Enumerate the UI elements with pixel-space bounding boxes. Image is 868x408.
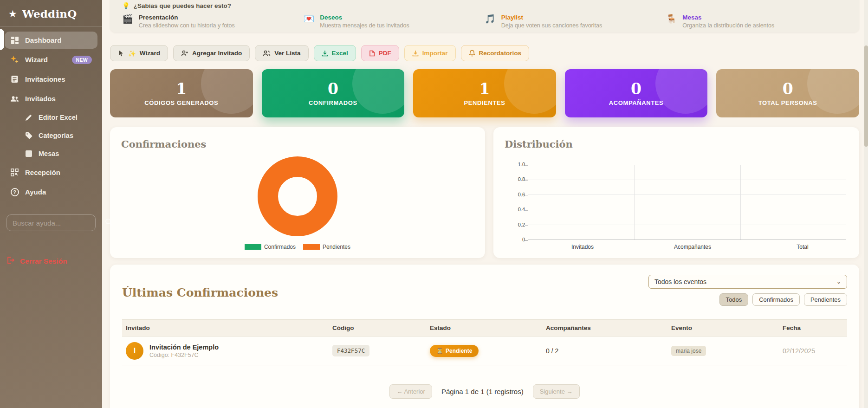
sidebar-item-editor-excel[interactable]: Editor Excel [5, 110, 97, 125]
stat-label: TOTAL PERSONAS [758, 99, 817, 106]
y-tick: 0.2 [506, 222, 525, 227]
sidebar-item-mesas[interactable]: Mesas [5, 146, 97, 162]
event-filter-select[interactable]: Todos los eventos ⌄ [648, 275, 847, 289]
filter-confirmados-button[interactable]: Confirmados [752, 293, 800, 306]
confirmations-table: Invitado Código Estado Acompañantes Even… [122, 319, 847, 365]
scrollbar-thumb[interactable] [864, 45, 868, 147]
tip-presentacion[interactable]: 🎬 Presentación Crea slideshow con tu his… [122, 14, 304, 29]
stat-value: 0 [631, 81, 641, 97]
download-icon [322, 50, 328, 57]
tip-subtitle: Organiza la distribución de asientos [682, 22, 774, 29]
help-question-icon: ? [10, 188, 19, 196]
sidebar-item-label: Mesas [39, 150, 59, 157]
button-label: Agregar Invitado [192, 50, 242, 57]
view-list-button[interactable]: Ver Lista [255, 45, 308, 61]
sidebar-item-label: Invitaciones [25, 75, 65, 83]
sidebar-item-dashboard[interactable]: Dashboard [5, 32, 97, 49]
legend-item-confirmados[interactable]: Confirmados [245, 244, 296, 250]
help-search-box [6, 214, 96, 231]
chevron-down-icon: ⌄ [836, 278, 841, 285]
button-label: Importar [422, 50, 448, 57]
sidebar-item-invitados[interactable]: Invitados [5, 90, 97, 107]
stat-label: ACOMPAÑANTES [609, 99, 663, 106]
button-label: Wizard [140, 50, 160, 57]
tip-deseos[interactable]: 💌 Deseos Muestra mensajes de tus invitad… [304, 14, 485, 29]
button-label: Excel [332, 50, 348, 57]
stat-value: 1 [479, 81, 490, 97]
tip-mesas[interactable]: 🪑 Mesas Organiza la distribución de asie… [666, 14, 848, 29]
music-note-icon: 🎵 [485, 14, 496, 24]
sidebar-item-wizard[interactable]: Wizard NEW [5, 51, 97, 68]
wizard-button[interactable]: ✨ Wizard [110, 45, 168, 61]
table-row[interactable]: I Invitación de Ejemplo Código: F432F57C… [122, 337, 847, 365]
new-badge: NEW [72, 56, 92, 64]
sidebar-nav: Dashboard Wizard NEW Invitaciones Invita… [0, 32, 102, 201]
legend-swatch-green [245, 244, 261, 250]
col-header-acompanantes: Acompañantes [542, 324, 667, 331]
tip-subtitle: Muestra mensajes de tus invitados [320, 22, 409, 29]
guest-code-subtitle: Código: F432F57C [149, 352, 219, 358]
sparkles-icon [10, 55, 19, 64]
x-category: Total [765, 244, 840, 250]
stat-value: 0 [783, 81, 793, 97]
sidebar-item-label: Dashboard [25, 36, 61, 44]
distribucion-chart-card: Distribución 1.0 0.8 0.6 0.4 0.2 0 Invit… [493, 127, 859, 258]
legend-label: Confirmados [264, 244, 296, 250]
pagination: ← Anterior Página 1 de 1 (1 registros) S… [110, 384, 859, 399]
filter-todos-button[interactable]: Todos [719, 293, 749, 306]
scrollbar[interactable] [864, 0, 868, 408]
tip-playlist[interactable]: 🎵 Playlist Deja que voten sus canciones … [485, 14, 666, 29]
sidebar-item-categorias[interactable]: Categorías [5, 128, 97, 143]
toolbar: ✨ Wizard Agregar Invitado Ver Lista Exce… [110, 45, 529, 61]
people-icon [263, 50, 271, 57]
confirmaciones-chart-card: Confirmaciones Confirmados Pendientes [110, 127, 485, 258]
legend-label: Pendientes [323, 244, 350, 250]
bar-chart: 1.0 0.8 0.6 0.4 0.2 0 Invitados Acompaña… [505, 159, 848, 250]
pencil-icon [24, 113, 33, 122]
stat-label: PENDIENTES [464, 99, 505, 106]
table-header-row: Invitado Código Estado Acompañantes Even… [122, 319, 847, 337]
sidebar-item-label: Categorías [39, 132, 73, 139]
tips-title: ¿Sabías que puedes hacer esto? [134, 2, 231, 9]
export-pdf-button[interactable]: PDF [361, 45, 399, 61]
tip-subtitle: Deja que voten sus canciones favoritas [501, 22, 602, 29]
reminders-button[interactable]: Recordatorios [461, 45, 530, 61]
col-header-fecha: Fecha [779, 324, 847, 331]
app-name: WeddinQ [22, 7, 77, 20]
filter-label: Todos [726, 296, 742, 303]
filter-pendientes-button[interactable]: Pendientes [804, 293, 847, 306]
avatar: I [126, 342, 143, 360]
tip-title: Mesas [682, 14, 774, 21]
stat-card-codigos-generados: 1 CÓDIGOS GENERADOS [110, 69, 253, 117]
sidebar-item-ayuda[interactable]: ? Ayuda [5, 183, 97, 201]
love-letter-icon: 💌 [304, 14, 315, 24]
chart-title: Confirmaciones [121, 138, 474, 150]
filter-label: Confirmados [759, 296, 793, 303]
sidebar-item-label: Ayuda [25, 188, 46, 196]
logout-icon [6, 256, 14, 266]
status-filter-buttons: Todos Confirmados Pendientes [719, 293, 847, 306]
section-title: Últimas Confirmaciones [122, 286, 278, 299]
dashboard-grid-icon [10, 36, 19, 45]
sidebar-item-invitaciones[interactable]: Invitaciones [5, 71, 97, 88]
button-label: Recordatorios [479, 50, 522, 57]
filter-label: Pendientes [810, 296, 841, 303]
export-excel-button[interactable]: Excel [314, 45, 356, 61]
logout-button[interactable]: Cerrar Sesión [6, 256, 67, 266]
hourglass-icon: ⏳ [436, 348, 443, 354]
page-info: Página 1 de 1 (1 registros) [441, 388, 524, 395]
import-button[interactable]: Importar [404, 45, 456, 61]
add-guest-button[interactable]: Agregar Invitado [173, 45, 250, 61]
prev-page-button[interactable]: ← Anterior [389, 384, 432, 399]
next-page-button[interactable]: Siguiente → [533, 384, 580, 399]
status-label: Pendiente [446, 348, 472, 354]
tips-banner: 💡 ¿Sabías que puedes hacer esto? 🎬 Prese… [110, 0, 859, 32]
sidebar-item-recepcion[interactable]: Recepción [5, 164, 97, 181]
x-category: Invitados [545, 244, 620, 250]
file-icon [369, 50, 375, 57]
y-tick: 0 [506, 237, 525, 242]
chart-title: Distribución [505, 138, 848, 150]
tip-subtitle: Crea slideshow con tu historia y fotos [139, 22, 235, 29]
legend-item-pendientes[interactable]: Pendientes [303, 244, 350, 250]
help-search-input[interactable] [13, 219, 105, 227]
